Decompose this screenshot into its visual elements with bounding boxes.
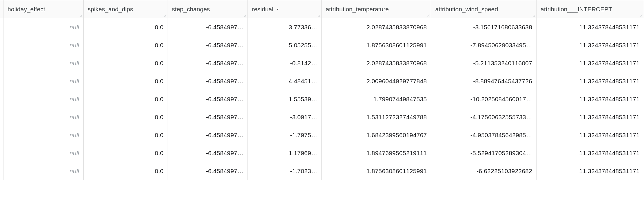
- cell-step_changes[interactable]: -6.4584997…: [168, 18, 248, 36]
- column-resize-handle[interactable]: [639, 13, 643, 17]
- cell-spikes_and_dips[interactable]: 0.0: [83, 108, 168, 126]
- cell-spikes_and_dips[interactable]: 0.0: [83, 18, 168, 36]
- cell-holiday_effect[interactable]: null: [3, 72, 84, 90]
- col-header-step_changes[interactable]: step_changes: [168, 0, 248, 18]
- cell-attribution_temperature[interactable]: 1.5311272327449788: [322, 108, 431, 126]
- cell-attribution_wind_speed[interactable]: -4.17560632555733…: [431, 108, 537, 126]
- cell-attribution___INTERCEPT[interactable]: 11.324378448531171: [537, 144, 644, 162]
- cell-step_changes[interactable]: -6.4584997…: [168, 36, 248, 54]
- cell-spikes_and_dips[interactable]: 0.0: [83, 36, 168, 54]
- cell-attribution___INTERCEPT[interactable]: 11.324378448531171: [537, 72, 644, 90]
- col-header-spikes_and_dips[interactable]: spikes_and_dips: [83, 0, 168, 18]
- cell-spikes_and_dips[interactable]: 0.0: [83, 162, 168, 180]
- cell-attribution_wind_speed[interactable]: -4.95037845642985…: [431, 126, 537, 144]
- table-row[interactable]: null0.0-6.4584997…5.05255…1.875630860112…: [0, 36, 644, 54]
- cell-spikes_and_dips[interactable]: 0.0: [83, 126, 168, 144]
- cell-step_changes[interactable]: -6.4584997…: [168, 126, 248, 144]
- cell-residual[interactable]: 3.77336…: [248, 18, 322, 36]
- cell-attribution___INTERCEPT[interactable]: 11.324378448531171: [537, 18, 644, 36]
- cell-attribution___INTERCEPT[interactable]: 11.324378448531171: [537, 126, 644, 144]
- cell-step_changes[interactable]: -6.4584997…: [168, 72, 248, 90]
- cell-attribution_temperature[interactable]: 1.79907449847535: [322, 90, 431, 108]
- table-row[interactable]: null0.0-6.4584997…-1.7975…1.684239956019…: [0, 126, 644, 144]
- cell-residual[interactable]: -1.7975…: [248, 126, 322, 144]
- table-header: holiday_effectspikes_and_dipsstep_change…: [0, 0, 644, 18]
- leading-stub: [0, 18, 3, 36]
- cell-attribution_wind_speed[interactable]: -8.889476445437726: [431, 72, 537, 90]
- cell-attribution_wind_speed[interactable]: -5.52941705289304…: [431, 144, 537, 162]
- table-row[interactable]: null0.0-6.4584997…-0.8142…2.028743583387…: [0, 54, 644, 72]
- cell-holiday_effect[interactable]: null: [3, 144, 84, 162]
- cell-attribution_wind_speed[interactable]: -7.89450629033495…: [431, 36, 537, 54]
- cell-spikes_and_dips[interactable]: 0.0: [83, 90, 168, 108]
- cell-step_changes[interactable]: -6.4584997…: [168, 108, 248, 126]
- cell-attribution_temperature[interactable]: 1.6842399560194767: [322, 126, 431, 144]
- col-header-label: step_changes: [172, 6, 210, 13]
- col-header-attribution_wind_speed[interactable]: attribution_wind_speed: [431, 0, 537, 18]
- cell-residual[interactable]: 1.17969…: [248, 144, 322, 162]
- cell-residual[interactable]: 4.48451…: [248, 72, 322, 90]
- leading-stub: [0, 0, 3, 18]
- cell-attribution___INTERCEPT[interactable]: 11.324378448531171: [537, 36, 644, 54]
- cell-holiday_effect[interactable]: null: [3, 54, 84, 72]
- cell-attribution_temperature[interactable]: 2.0287435833870968: [322, 18, 431, 36]
- table-row[interactable]: null0.0-6.4584997…1.55539…1.799074498475…: [0, 90, 644, 108]
- cell-attribution_wind_speed[interactable]: -5.211353240116007: [431, 54, 537, 72]
- column-resize-handle[interactable]: [426, 13, 430, 17]
- column-resize-handle[interactable]: [532, 13, 535, 17]
- cell-attribution_temperature[interactable]: 1.8947699505219111: [322, 144, 431, 162]
- leading-stub: [0, 72, 3, 90]
- cell-holiday_effect[interactable]: null: [3, 162, 84, 180]
- cell-holiday_effect[interactable]: null: [3, 90, 84, 108]
- cell-attribution___INTERCEPT[interactable]: 11.324378448531171: [537, 108, 644, 126]
- cell-residual[interactable]: -3.0917…: [248, 108, 322, 126]
- column-resize-handle[interactable]: [317, 13, 320, 17]
- cell-residual[interactable]: -1.7023…: [248, 162, 322, 180]
- cell-attribution___INTERCEPT[interactable]: 11.324378448531171: [537, 54, 644, 72]
- cell-step_changes[interactable]: -6.4584997…: [168, 54, 248, 72]
- cell-step_changes[interactable]: -6.4584997…: [168, 90, 248, 108]
- cell-holiday_effect[interactable]: null: [3, 108, 84, 126]
- cell-attribution_wind_speed[interactable]: -3.156171680633638: [431, 18, 537, 36]
- table-row[interactable]: null0.0-6.4584997…4.48451…2.009604492977…: [0, 72, 644, 90]
- cell-attribution___INTERCEPT[interactable]: 11.324378448531171: [537, 90, 644, 108]
- column-resize-handle[interactable]: [163, 13, 166, 17]
- col-header-label: residual: [252, 6, 273, 13]
- col-header-attribution_temperature[interactable]: attribution_temperature: [322, 0, 431, 18]
- cell-step_changes[interactable]: -6.4584997…: [168, 144, 248, 162]
- cell-attribution___INTERCEPT[interactable]: 11.324378448531171: [537, 162, 644, 180]
- cell-residual[interactable]: 1.55539…: [248, 90, 322, 108]
- leading-stub: [0, 162, 3, 180]
- table-row[interactable]: null0.0-6.4584997…1.17969…1.894769950521…: [0, 144, 644, 162]
- table-row[interactable]: null0.0-6.4584997…-1.7023…1.875630860112…: [0, 162, 644, 180]
- col-header-holiday_effect[interactable]: holiday_effect: [3, 0, 84, 18]
- cell-holiday_effect[interactable]: null: [3, 126, 84, 144]
- col-header-label: attribution_temperature: [326, 6, 389, 13]
- column-resize-handle[interactable]: [243, 13, 246, 17]
- cell-attribution_temperature[interactable]: 2.0287435833870968: [322, 54, 431, 72]
- cell-spikes_and_dips[interactable]: 0.0: [83, 54, 168, 72]
- col-header-residual[interactable]: residual: [248, 0, 322, 18]
- cell-residual[interactable]: -0.8142…: [248, 54, 322, 72]
- col-header-label: holiday_effect: [8, 6, 45, 13]
- cell-attribution_temperature[interactable]: 1.8756308601125991: [322, 36, 431, 54]
- cell-attribution_wind_speed[interactable]: -6.62225103922682: [431, 162, 537, 180]
- table-row[interactable]: null0.0-6.4584997…-3.0917…1.531127232744…: [0, 108, 644, 126]
- cell-holiday_effect[interactable]: null: [3, 18, 84, 36]
- column-resize-handle[interactable]: [79, 13, 82, 17]
- leading-stub: [0, 90, 3, 108]
- col-header-label: attribution___INTERCEPT: [541, 6, 612, 13]
- leading-stub: [0, 126, 3, 144]
- leading-stub: [0, 36, 3, 54]
- cell-attribution_wind_speed[interactable]: -10.2025084560017…: [431, 90, 537, 108]
- cell-residual[interactable]: 5.05255…: [248, 36, 322, 54]
- cell-attribution_temperature[interactable]: 1.8756308601125991: [322, 162, 431, 180]
- cell-step_changes[interactable]: -6.4584997…: [168, 162, 248, 180]
- cell-spikes_and_dips[interactable]: 0.0: [83, 144, 168, 162]
- cell-holiday_effect[interactable]: null: [3, 36, 84, 54]
- sort-desc-icon: [275, 7, 280, 12]
- table-row[interactable]: null0.0-6.4584997…3.77336…2.028743583387…: [0, 18, 644, 36]
- col-header-attribution___INTERCEPT[interactable]: attribution___INTERCEPT: [537, 0, 644, 18]
- cell-attribution_temperature[interactable]: 2.0096044929777848: [322, 72, 431, 90]
- cell-spikes_and_dips[interactable]: 0.0: [83, 72, 168, 90]
